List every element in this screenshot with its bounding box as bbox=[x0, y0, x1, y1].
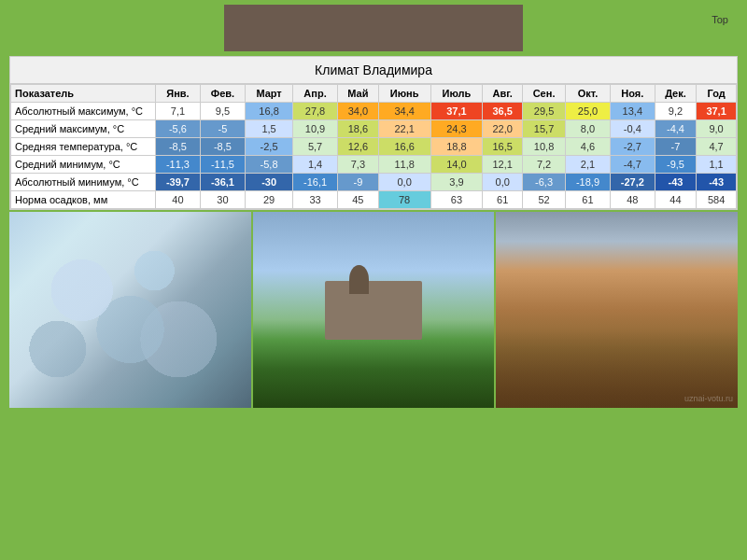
cell-value: 7,2 bbox=[523, 156, 566, 174]
cell-value: 30 bbox=[200, 191, 245, 209]
cell-value: 78 bbox=[378, 191, 430, 209]
row-label: Средний максимум, °С bbox=[11, 120, 156, 138]
cell-value: 13,4 bbox=[610, 103, 655, 120]
photo-mushrooms: uznai-votu.ru bbox=[496, 212, 738, 408]
cell-value: 3,9 bbox=[430, 174, 483, 191]
cell-value: 2,1 bbox=[566, 156, 611, 174]
col-header-nov: Ноя. bbox=[610, 85, 655, 103]
cell-value: 4,7 bbox=[697, 138, 737, 156]
cell-value: 12,1 bbox=[483, 156, 523, 174]
table-row: Норма осадков, мм40302933457863615261484… bbox=[11, 191, 737, 209]
photos-row: uznai-votu.ru bbox=[9, 212, 738, 408]
col-header-sep: Сен. bbox=[523, 85, 566, 103]
cell-value: 29 bbox=[246, 191, 293, 209]
table-row: Абсолютный минимум, °С-39,7-36,1-30-16,1… bbox=[11, 174, 737, 191]
table-row: Абсолютный максимум, °С7,19,516,827,834,… bbox=[11, 103, 737, 120]
col-header-indicator: Показатель bbox=[11, 85, 156, 103]
climate-title: Климат Владимира bbox=[10, 57, 737, 84]
cell-value: -0,4 bbox=[610, 120, 655, 138]
col-header-year: Год bbox=[697, 85, 737, 103]
cell-value: -39,7 bbox=[156, 174, 201, 191]
cell-value: 37,1 bbox=[430, 103, 483, 120]
table-header-row: Показатель Янв. Фев. Март Апр. Май Июнь … bbox=[11, 85, 737, 103]
table-row: Средняя температура, °С-8,5-8,5-2,55,712… bbox=[11, 138, 737, 156]
cell-value: -6,3 bbox=[523, 174, 566, 191]
cell-value: 7,3 bbox=[337, 156, 378, 174]
cell-value: -30 bbox=[246, 174, 293, 191]
cell-value: 18,6 bbox=[337, 120, 378, 138]
cell-value: 33 bbox=[293, 191, 338, 209]
col-header-oct: Окт. bbox=[566, 85, 611, 103]
col-header-jan: Янв. bbox=[156, 85, 201, 103]
cell-value: 61 bbox=[483, 191, 523, 209]
row-label: Абсолютный максимум, °С bbox=[11, 103, 156, 120]
cell-value: 7,1 bbox=[156, 103, 201, 120]
row-label: Норма осадков, мм bbox=[11, 191, 156, 209]
cell-value: 37,1 bbox=[697, 103, 737, 120]
col-header-apr: Апр. bbox=[293, 85, 338, 103]
cell-value: 22,0 bbox=[483, 120, 523, 138]
cell-value: -18,9 bbox=[566, 174, 611, 191]
cell-value: 4,6 bbox=[566, 138, 611, 156]
cell-value: -9,5 bbox=[655, 156, 696, 174]
cell-value: -8,5 bbox=[200, 138, 245, 156]
cell-value: 25,0 bbox=[566, 103, 611, 120]
cell-value: -7 bbox=[655, 138, 696, 156]
cell-value: 12,6 bbox=[337, 138, 378, 156]
top-area: Top bbox=[0, 0, 747, 56]
col-header-jul: Июль bbox=[430, 85, 483, 103]
cell-value: 1,1 bbox=[697, 156, 737, 174]
cell-value: -11,5 bbox=[200, 156, 245, 174]
cell-value: -43 bbox=[697, 174, 737, 191]
cell-value: 34,4 bbox=[378, 103, 430, 120]
climate-table: Показатель Янв. Фев. Март Апр. Май Июнь … bbox=[10, 84, 737, 209]
cell-value: 24,3 bbox=[430, 120, 483, 138]
cell-value: 18,8 bbox=[430, 138, 483, 156]
cell-value: 0,0 bbox=[483, 174, 523, 191]
cell-value: -2,5 bbox=[246, 138, 293, 156]
cell-value: -4,4 bbox=[655, 120, 696, 138]
row-label: Средняя температура, °С bbox=[11, 138, 156, 156]
cell-value: 8,0 bbox=[566, 120, 611, 138]
col-header-jun: Июнь bbox=[378, 85, 430, 103]
cell-value: 9,5 bbox=[200, 103, 245, 120]
photo-castle bbox=[253, 212, 495, 408]
cell-value: 22,1 bbox=[378, 120, 430, 138]
cell-value: 16,8 bbox=[246, 103, 293, 120]
photo-winter bbox=[9, 212, 251, 408]
cell-value: -2,7 bbox=[610, 138, 655, 156]
cell-value: 10,9 bbox=[293, 120, 338, 138]
cell-value: 0,0 bbox=[378, 174, 430, 191]
cell-value: 16,6 bbox=[378, 138, 430, 156]
cell-value: 48 bbox=[610, 191, 655, 209]
cell-value: 5,7 bbox=[293, 138, 338, 156]
cell-value: 16,5 bbox=[483, 138, 523, 156]
cell-value: -5,6 bbox=[156, 120, 201, 138]
cell-value: -5 bbox=[200, 120, 245, 138]
cell-value: 63 bbox=[430, 191, 483, 209]
cell-value: -11,3 bbox=[156, 156, 201, 174]
row-label: Абсолютный минимум, °С bbox=[11, 174, 156, 191]
row-label: Средний минимум, °С bbox=[11, 156, 156, 174]
cell-value: 584 bbox=[697, 191, 737, 209]
cell-value: -27,2 bbox=[610, 174, 655, 191]
table-container: Климат Владимира Показатель Янв. Фев. Ма… bbox=[9, 56, 738, 210]
cell-value: 15,7 bbox=[523, 120, 566, 138]
cell-value: -4,7 bbox=[610, 156, 655, 174]
cell-value: 40 bbox=[156, 191, 201, 209]
cell-value: -9 bbox=[337, 174, 378, 191]
table-row: Средний максимум, °С-5,6-51,510,918,622,… bbox=[11, 120, 737, 138]
cell-value: 61 bbox=[566, 191, 611, 209]
top-banner bbox=[224, 5, 523, 51]
cell-value: 34,0 bbox=[337, 103, 378, 120]
cell-value: 36,5 bbox=[483, 103, 523, 120]
cell-value: 9,2 bbox=[655, 103, 696, 120]
top-label: Top bbox=[712, 14, 728, 25]
cell-value: -36,1 bbox=[200, 174, 245, 191]
cell-value: 1,5 bbox=[246, 120, 293, 138]
cell-value: -16,1 bbox=[293, 174, 338, 191]
col-header-mar: Март bbox=[246, 85, 293, 103]
cell-value: 10,8 bbox=[523, 138, 566, 156]
cell-value: 29,5 bbox=[523, 103, 566, 120]
cell-value: -5,8 bbox=[246, 156, 293, 174]
